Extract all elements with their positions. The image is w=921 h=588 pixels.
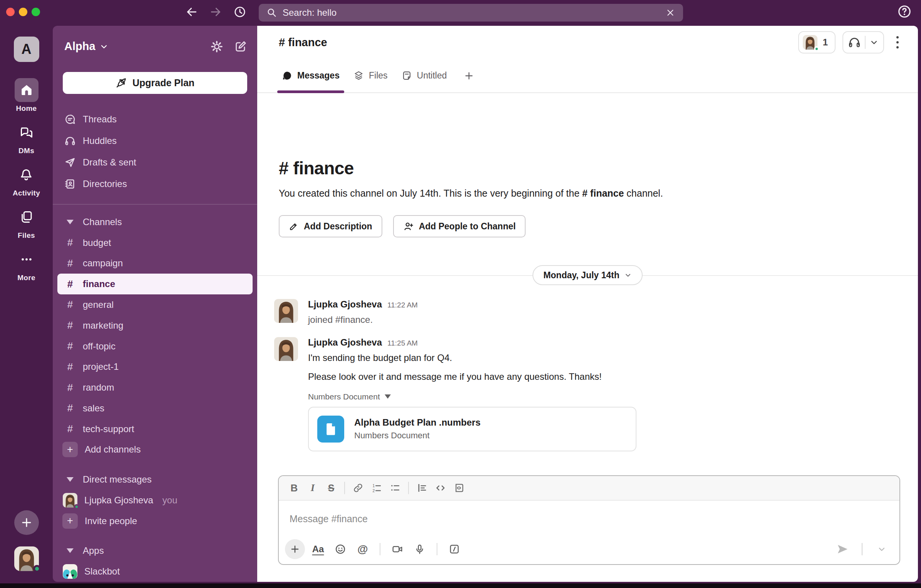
rail-item-activity[interactable]: Activity <box>13 163 40 197</box>
code-button[interactable] <box>431 479 450 497</box>
chevron-down-icon <box>869 38 879 47</box>
history-forward-button[interactable] <box>209 6 222 18</box>
bold-button[interactable]: B <box>285 479 303 497</box>
message-timestamp[interactable]: 11:22 AM <box>387 301 418 309</box>
message-composer[interactable]: B I S Message #finance Aa @ <box>278 475 900 565</box>
send-options-chevron-icon[interactable] <box>872 541 891 558</box>
workspace-switcher[interactable]: A <box>14 37 39 62</box>
search-input[interactable]: Search: hello <box>259 4 683 22</box>
search-icon <box>266 7 277 18</box>
history-back-button[interactable] <box>186 6 198 18</box>
sidebar-channel-budget[interactable]: #budget <box>53 232 257 253</box>
sidebar-channel-finance[interactable]: #finance <box>57 274 253 294</box>
layers-icon <box>353 70 364 81</box>
close-window-button[interactable] <box>6 8 15 16</box>
compose-icon[interactable] <box>234 40 247 53</box>
add-description-button[interactable]: Add Description <box>279 215 382 237</box>
rail-item-files[interactable]: Files <box>15 205 39 240</box>
add-channels-button[interactable]: + Add channels <box>53 439 257 460</box>
italic-button[interactable]: I <box>303 479 322 497</box>
hash-icon: # <box>64 423 76 435</box>
clear-search-icon[interactable] <box>665 8 675 18</box>
message-list: Ljupka Gjosheva 11:22 AM joined #finance… <box>257 299 918 451</box>
upgrade-plan-button[interactable]: Upgrade Plan <box>63 72 247 94</box>
code-block-button[interactable] <box>450 479 468 497</box>
attach-button[interactable] <box>285 539 305 559</box>
channels-section-header[interactable]: Channels <box>53 212 257 232</box>
channel-tabs: Messages Files Untitled <box>257 59 918 93</box>
tab-untitled[interactable]: Untitled <box>395 59 454 92</box>
sidebar-channel-campaign[interactable]: #campaign <box>53 253 257 274</box>
filter-settings-icon[interactable] <box>210 40 223 53</box>
sidebar-item-directories[interactable]: Directories <box>53 173 257 195</box>
tab-files[interactable]: Files <box>347 59 395 92</box>
message-input[interactable]: Message #finance <box>279 501 899 537</box>
blockquote-button[interactable] <box>413 479 431 497</box>
add-people-button[interactable]: Add People to Channel <box>393 215 526 237</box>
create-new-button[interactable] <box>14 510 39 535</box>
avatar[interactable] <box>274 299 298 323</box>
app-item-slackbot[interactable]: Slackbot <box>53 561 257 582</box>
window-content: Alpha Upgrade Plan Threads Huddles <box>53 26 918 582</box>
user-profile-button[interactable] <box>14 546 39 571</box>
numbers-file-icon <box>317 416 344 443</box>
video-clip-button[interactable] <box>388 541 407 558</box>
strikethrough-button[interactable]: S <box>322 479 340 497</box>
sidebar-item-drafts[interactable]: Drafts & sent <box>53 152 257 173</box>
sidebar-item-threads[interactable]: Threads <box>53 109 257 130</box>
workspace-menu[interactable]: Alpha <box>64 40 109 53</box>
channel-title[interactable]: # finance <box>279 36 327 49</box>
message-author[interactable]: Ljupka Gjosheva <box>308 337 382 348</box>
zoom-window-button[interactable] <box>32 8 40 16</box>
channel-menu-kebab-icon[interactable] <box>891 36 904 48</box>
sidebar-channel-random[interactable]: #random <box>53 377 257 398</box>
rail-item-dms[interactable]: DMs <box>15 120 39 155</box>
headphones-icon <box>64 135 76 147</box>
send-button[interactable] <box>833 541 852 558</box>
apps-section-header[interactable]: Apps <box>53 541 257 561</box>
chevron-down-icon <box>99 42 109 51</box>
add-tab-button[interactable] <box>454 59 484 92</box>
members-button[interactable]: 1 <box>798 31 836 53</box>
sidebar-item-huddles[interactable]: Huddles <box>53 130 257 152</box>
hash-icon: # <box>64 299 76 311</box>
attachment-collapse-toggle[interactable]: Numbers Document <box>308 392 636 401</box>
rail-item-home[interactable]: Home <box>15 78 39 113</box>
sidebar-channel-tech-support[interactable]: #tech-support <box>53 419 257 439</box>
emoji-button[interactable] <box>331 541 350 558</box>
channel-header: # finance 1 <box>257 26 918 59</box>
bullet-list-button[interactable] <box>386 479 404 497</box>
minimize-window-button[interactable] <box>19 8 27 16</box>
dm-item-ljupka[interactable]: Ljupka Gjosheva you <box>53 490 257 511</box>
invite-people-button[interactable]: + Invite people <box>53 511 257 531</box>
sidebar-channel-project-1[interactable]: #project-1 <box>53 356 257 377</box>
message-timestamp[interactable]: 11:25 AM <box>387 339 418 347</box>
collapse-triangle-icon <box>67 477 74 482</box>
format-toggle-button[interactable]: Aa <box>309 541 327 558</box>
audio-clip-button[interactable] <box>410 541 429 558</box>
workspace-rail: A Home DMs Activity Files More <box>0 26 53 582</box>
dm-section-header[interactable]: Direct messages <box>53 469 257 490</box>
formatting-toolbar: B I S <box>279 476 899 501</box>
triangle-down-icon <box>385 394 391 399</box>
sidebar-channel-general[interactable]: #general <box>53 294 257 315</box>
huddle-button[interactable] <box>842 31 884 53</box>
mention-button[interactable]: @ <box>353 541 372 558</box>
history-icon[interactable] <box>233 5 246 18</box>
file-attachment-card[interactable]: Alpha Budget Plan .numbers Numbers Docum… <box>308 407 636 451</box>
sidebar-channel-marketing[interactable]: #marketing <box>53 315 257 336</box>
channel-intro-description: You created this channel on July 14th. T… <box>279 188 918 199</box>
shortcuts-button[interactable] <box>445 541 464 558</box>
ordered-list-button[interactable] <box>367 479 386 497</box>
tab-messages[interactable]: Messages <box>275 59 347 92</box>
divider <box>344 482 345 494</box>
rail-item-more[interactable]: More <box>15 247 39 282</box>
avatar[interactable] <box>274 337 298 361</box>
message-author[interactable]: Ljupka Gjosheva <box>308 299 382 310</box>
sidebar-channel-sales[interactable]: #sales <box>53 398 257 419</box>
files-icon <box>15 205 39 229</box>
link-button[interactable] <box>349 479 367 497</box>
date-pill-button[interactable]: Monday, July 14th <box>533 265 643 285</box>
sidebar-channel-off-topic[interactable]: #off-topic <box>53 336 257 357</box>
help-button[interactable] <box>897 4 912 19</box>
